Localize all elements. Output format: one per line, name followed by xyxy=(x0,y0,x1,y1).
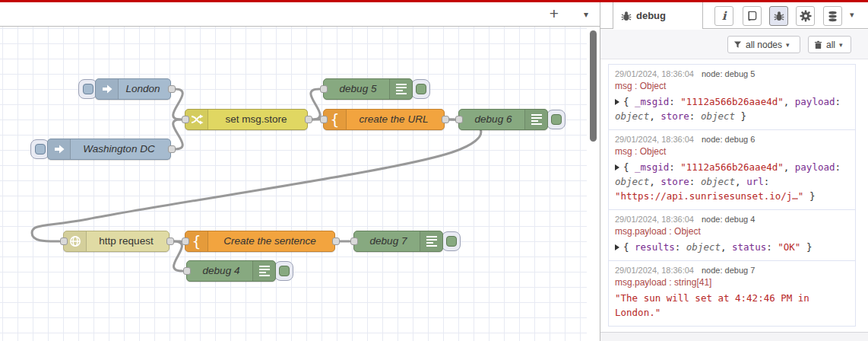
filter-nodes-button[interactable]: all nodes ▾ xyxy=(727,36,800,53)
node-change-set-msg-store[interactable]: set msg.store xyxy=(185,109,308,130)
token: "https://api.sunrisesunset.io/j…" xyxy=(615,190,803,202)
message-property-path: msg : Object xyxy=(615,81,849,91)
debug-toggle-button[interactable] xyxy=(274,261,293,281)
context-tab-button[interactable] xyxy=(823,6,842,26)
info-tab-button[interactable]: i xyxy=(714,6,733,26)
debug-message-list[interactable]: 29/01/2024, 18:36:04node: debug 5 msg : … xyxy=(608,64,856,327)
inject-button-square xyxy=(35,144,46,155)
filter-caret-icon: ▾ xyxy=(786,41,790,49)
debug-message: 29/01/2024, 18:36:04node: debug 7 msg.pa… xyxy=(609,261,855,327)
input-port[interactable] xyxy=(182,237,189,245)
token: "OK" xyxy=(778,241,800,253)
database-icon xyxy=(827,11,838,22)
output-port[interactable] xyxy=(332,237,340,245)
message-property-path: msg.payload : string[41] xyxy=(615,277,849,288)
token: , xyxy=(649,110,661,122)
token: : xyxy=(766,241,778,253)
filter-nodes-label: all nodes xyxy=(746,40,782,50)
token: object xyxy=(701,110,735,122)
expand-caret-icon[interactable] xyxy=(615,99,619,105)
message-payload: { _msgid: "1112a566b26aae4d", payload: o… xyxy=(615,94,849,123)
node-red-app: + ▾ London xyxy=(0,0,868,341)
token: "1112a566b26aae4d" xyxy=(680,96,783,107)
node-label: London xyxy=(119,79,167,99)
output-port[interactable] xyxy=(168,145,176,153)
tab-debug[interactable]: debug xyxy=(613,2,703,29)
token: url xyxy=(746,176,764,187)
debug-toggle-button[interactable] xyxy=(442,231,461,251)
canvas-scrollbar-track[interactable] xyxy=(587,27,600,341)
node-debug-7[interactable]: debug 7 xyxy=(353,231,443,252)
output-port[interactable] xyxy=(166,237,174,245)
token: object xyxy=(686,241,721,253)
token: , xyxy=(784,161,795,173)
message-node: node: debug 6 xyxy=(702,135,755,144)
inject-icon xyxy=(48,139,71,159)
clear-messages-button[interactable]: all ▾ xyxy=(808,36,851,53)
token: : xyxy=(675,241,686,253)
filter-funnel-icon xyxy=(733,40,742,49)
token: , xyxy=(721,241,732,253)
token: , xyxy=(735,176,746,187)
node-function-create-url[interactable]: { create the URL xyxy=(323,109,445,130)
expand-caret-icon[interactable] xyxy=(615,244,619,250)
input-port[interactable] xyxy=(60,237,68,245)
debug-toolbar: all nodes ▾ all ▾ xyxy=(600,30,868,59)
config-tab-button[interactable] xyxy=(796,6,815,26)
message-property-path: msg.payload : Object xyxy=(615,226,849,237)
node-debug-5[interactable]: debug 5 xyxy=(323,78,413,100)
node-label: debug 4 xyxy=(190,261,252,281)
input-port[interactable] xyxy=(320,85,328,93)
input-port[interactable] xyxy=(182,116,189,123)
bug-icon xyxy=(621,11,632,21)
node-inject-london[interactable]: London xyxy=(95,78,171,100)
node-debug-4[interactable]: debug 4 xyxy=(186,260,276,282)
message-payload: { results: object, status: "OK" } xyxy=(615,240,849,254)
canvas-scrollbar-thumb[interactable] xyxy=(590,30,597,142)
token: : xyxy=(835,96,841,107)
debug-message: 29/01/2024, 18:36:04node: debug 6 msg : … xyxy=(609,130,855,210)
help-tab-button[interactable] xyxy=(743,6,762,26)
message-payload: { _msgid: "1112a566b26aae4d", payload: o… xyxy=(615,160,849,203)
output-port[interactable] xyxy=(442,116,449,123)
token: "The sun will set at 4:42:46 PM in Londo… xyxy=(615,292,809,318)
debug-panel-footer xyxy=(600,332,868,341)
input-port[interactable] xyxy=(320,116,328,123)
flow-list-chevron-icon[interactable]: ▾ xyxy=(584,5,588,24)
node-debug-6[interactable]: debug 6 xyxy=(458,109,548,130)
token: store xyxy=(661,110,689,122)
node-inject-washington[interactable]: Washington DC xyxy=(47,139,171,160)
workspace-tab-bar: + ▾ xyxy=(0,2,600,27)
debug-icon xyxy=(420,231,442,251)
trash-icon xyxy=(814,40,822,49)
output-port[interactable] xyxy=(305,116,312,123)
sidebar-tab-bar: debug i xyxy=(600,2,868,29)
clear-messages-label: all xyxy=(826,40,835,50)
input-port[interactable] xyxy=(350,237,358,245)
token: payload xyxy=(795,96,835,107)
node-label: Washington DC xyxy=(71,139,167,159)
book-icon xyxy=(746,11,758,22)
add-flow-button[interactable]: + xyxy=(544,4,564,24)
message-node: node: debug 5 xyxy=(702,69,755,78)
token: payload xyxy=(795,161,835,173)
node-function-create-sentence[interactable]: { Create the sentence xyxy=(185,231,335,252)
token: : xyxy=(835,161,841,173)
sidebar-menu-chevron-icon[interactable]: ▾ xyxy=(850,10,854,20)
token: , xyxy=(784,96,795,107)
token: { xyxy=(623,96,635,107)
node-label: debug 6 xyxy=(462,110,524,129)
token: object xyxy=(615,176,649,187)
input-port[interactable] xyxy=(183,267,191,275)
output-port[interactable] xyxy=(168,85,176,93)
input-port[interactable] xyxy=(455,116,463,123)
debug-tab-button[interactable] xyxy=(769,6,788,26)
debug-button-square xyxy=(416,84,426,94)
message-meta: 29/01/2024, 18:36:04node: debug 6 xyxy=(615,135,849,144)
debug-toggle-button[interactable] xyxy=(546,110,565,129)
node-http-request[interactable]: http request xyxy=(63,231,169,252)
debug-toggle-button[interactable] xyxy=(411,79,430,99)
node-label: http request xyxy=(87,231,166,251)
expand-caret-icon[interactable] xyxy=(615,164,619,170)
flow-workspace: + ▾ London xyxy=(0,2,600,341)
